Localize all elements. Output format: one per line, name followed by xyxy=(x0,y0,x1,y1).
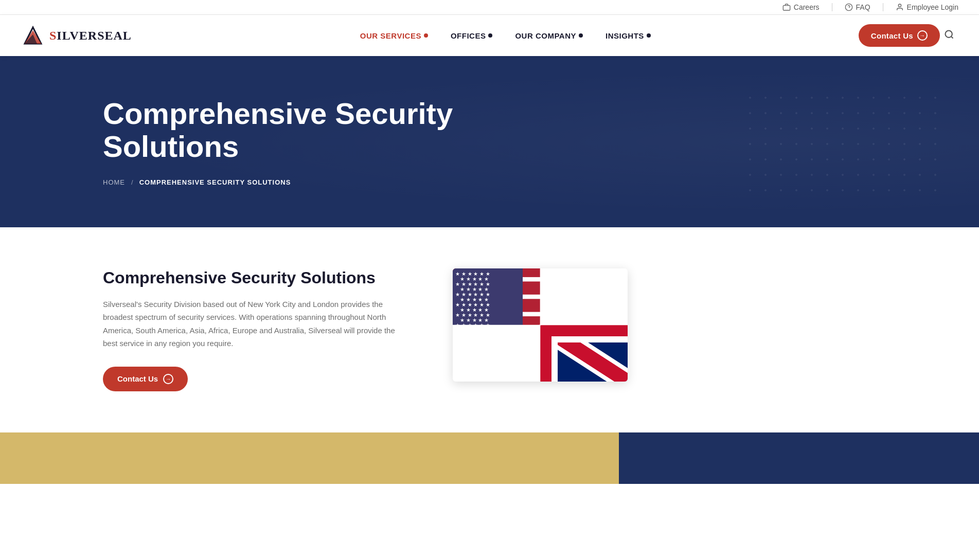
hero-title: Comprehensive Security Solutions xyxy=(103,97,566,163)
services-dot xyxy=(424,33,428,38)
breadcrumb-current: COMPREHENSIVE SECURITY SOLUTIONS xyxy=(139,178,291,186)
svg-point-2 xyxy=(898,4,901,7)
search-icon xyxy=(944,29,954,40)
content-title: Comprehensive Security Solutions xyxy=(103,268,412,287)
nav-our-company[interactable]: OUR COMPANY xyxy=(504,15,594,56)
company-dot xyxy=(579,33,583,38)
nav-offices[interactable]: OFFICES xyxy=(439,15,504,56)
breadcrumb-separator: / xyxy=(131,178,133,186)
nav-links: OUR SERVICES OFFICES OUR COMPANY INSIGHT… xyxy=(163,15,848,56)
flags-svg: ★ ★ ★ ★ ★ ★ ★ ★ ★ ★ ★ ★ ★ ★ ★ ★ ★ ★ ★ ★ … xyxy=(453,268,628,382)
breadcrumb: HOME / COMPREHENSIVE SECURITY SOLUTIONS xyxy=(103,178,948,186)
nav-insights[interactable]: INSIGHTS xyxy=(594,15,662,56)
insights-dot xyxy=(647,33,651,38)
nav-our-services[interactable]: OUR SERVICES xyxy=(349,15,439,56)
top-bar: Careers FAQ Employee Login xyxy=(0,0,979,15)
bottom-left-panel xyxy=(0,432,619,484)
bottom-section xyxy=(0,432,979,484)
search-button[interactable] xyxy=(940,25,958,46)
bottom-right-panel xyxy=(619,432,979,484)
svg-rect-0 xyxy=(783,6,790,10)
content-body: Silverseal's Security Division based out… xyxy=(103,298,412,350)
flags-image: ★ ★ ★ ★ ★ ★ ★ ★ ★ ★ ★ ★ ★ ★ ★ ★ ★ ★ ★ ★ … xyxy=(453,268,628,382)
nav-contact-us-button[interactable]: Contact Us → xyxy=(859,24,940,47)
content-contact-us-button[interactable]: Contact Us → xyxy=(103,367,188,391)
user-icon xyxy=(896,3,904,11)
logo-icon xyxy=(21,23,45,48)
question-icon xyxy=(845,3,853,11)
hero-banner: Comprehensive Security Solutions HOME / … xyxy=(0,56,979,227)
briefcase-icon xyxy=(782,3,791,11)
logo-text: SILVERSEAL xyxy=(49,29,132,43)
careers-link[interactable]: Careers xyxy=(782,3,820,11)
main-nav: SILVERSEAL OUR SERVICES OFFICES OUR COMP… xyxy=(0,15,979,56)
offices-dot xyxy=(488,33,492,38)
divider2 xyxy=(883,3,883,11)
logo[interactable]: SILVERSEAL xyxy=(21,23,132,48)
divider xyxy=(832,3,832,11)
employee-login-link[interactable]: Employee Login xyxy=(896,3,958,11)
breadcrumb-home[interactable]: HOME xyxy=(103,178,125,186)
svg-point-6 xyxy=(946,30,952,37)
content-section: Comprehensive Security Solutions Silvers… xyxy=(0,227,979,432)
nav-contact-arrow-icon: → xyxy=(917,30,928,41)
faq-link[interactable]: FAQ xyxy=(845,3,870,11)
content-contact-arrow-icon: → xyxy=(163,374,173,384)
content-left: Comprehensive Security Solutions Silvers… xyxy=(103,268,412,391)
